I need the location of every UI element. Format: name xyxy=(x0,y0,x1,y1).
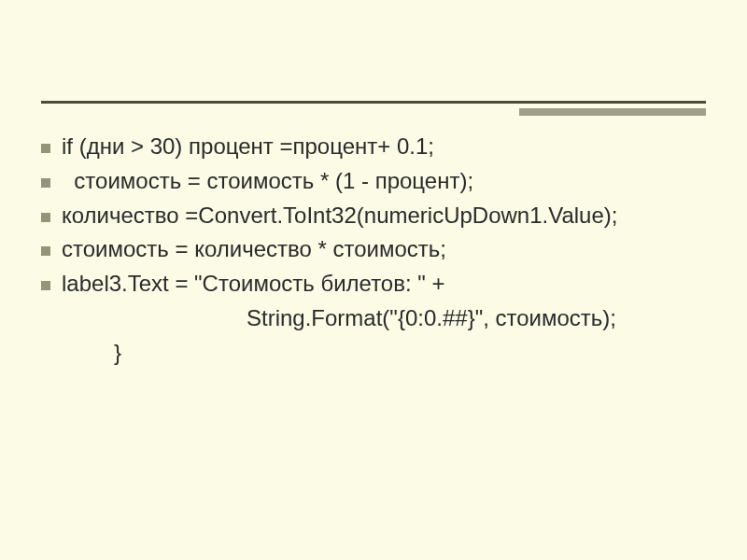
code-line: if (дни > 30) процент =процент+ 0.1; xyxy=(41,131,719,163)
bullet-icon xyxy=(41,281,50,290)
code-text: label3.Text = "Стоимость билетов: " + xyxy=(62,268,719,301)
bullet-icon xyxy=(41,144,50,153)
code-line: String.Format("{0:0.##}", стоимость); xyxy=(41,302,719,335)
code-line: количество =Convert.ToInt32(numericUpDow… xyxy=(41,200,719,232)
code-text: if (дни > 30) процент =процент+ 0.1; xyxy=(62,131,719,163)
code-text: стоимость = стоимость * (1 - процент); xyxy=(62,165,719,198)
rule-dark xyxy=(41,101,706,104)
title-rule xyxy=(41,101,706,104)
bullet-icon xyxy=(41,213,50,222)
code-line: стоимость = стоимость * (1 - процент); xyxy=(41,165,719,198)
code-text: стоимость = количество * стоимость; xyxy=(62,233,719,266)
code-text: } xyxy=(62,337,719,370)
slide: if (дни > 30) процент =процент+ 0.1; сто… xyxy=(0,0,747,560)
code-line: label3.Text = "Стоимость билетов: " + xyxy=(41,268,719,301)
code-text: String.Format("{0:0.##}", стоимость); xyxy=(62,302,719,335)
bullet-icon xyxy=(41,178,50,188)
code-line: стоимость = количество * стоимость; xyxy=(41,233,719,266)
code-text: количество =Convert.ToInt32(numericUpDow… xyxy=(62,200,719,232)
rule-accent xyxy=(519,108,706,116)
bullet-icon xyxy=(41,246,50,256)
code-block: if (дни > 30) процент =процент+ 0.1; сто… xyxy=(41,131,719,371)
code-line: } xyxy=(41,337,719,370)
